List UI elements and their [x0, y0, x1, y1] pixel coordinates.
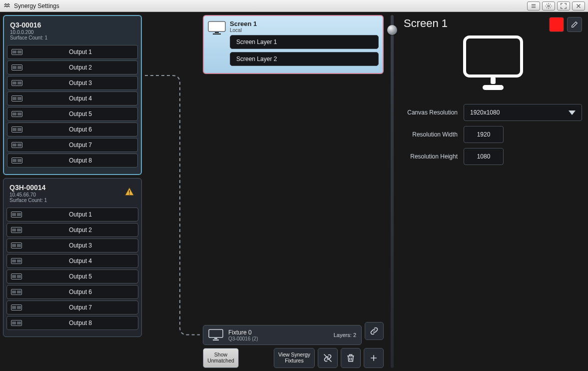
output-label: Output 5 [27, 273, 134, 280]
svg-rect-46 [12, 127, 22, 132]
svg-rect-129 [11, 305, 22, 310]
output-row[interactable]: Output 7 [7, 138, 138, 152]
svg-rect-150 [209, 330, 223, 338]
resolution-width-field[interactable]: 1920 [464, 126, 504, 143]
output-row[interactable]: Output 7 [6, 300, 138, 314]
resolution-width-label: Resolution Width [404, 131, 458, 138]
expand-button[interactable] [557, 2, 570, 10]
output-row[interactable]: Output 5 [6, 270, 138, 284]
fixture-layers-label: Layers: 2 [334, 332, 356, 338]
warning-icon [124, 186, 134, 198]
screen-card-title: Screen 1 [230, 20, 379, 28]
menu-button[interactable] [527, 2, 540, 10]
color-swatch[interactable] [549, 17, 564, 32]
output-row[interactable]: Output 8 [7, 154, 138, 168]
svg-rect-73 [129, 190, 130, 193]
slider-thumb[interactable] [387, 25, 397, 35]
fixture-bar[interactable]: Fixture 0 Q3-00016 (2) Layers: 2 [203, 325, 362, 345]
output-row[interactable]: Output 5 [7, 107, 138, 121]
svg-rect-148 [215, 32, 219, 33]
output-row[interactable]: Output 8 [6, 316, 138, 330]
svg-rect-1 [12, 50, 22, 55]
delete-button[interactable] [341, 348, 361, 368]
link-button[interactable] [365, 322, 384, 340]
svg-rect-152 [213, 340, 219, 340]
app-icon [3, 1, 11, 10]
center-column: Screen 1 Local Screen Layer 1Screen Laye… [203, 15, 384, 368]
output-icon [11, 258, 22, 264]
svg-rect-153 [465, 37, 522, 76]
devices-column: Q3-0001610.0.0.200Surface Count: 1Output… [3, 15, 142, 368]
window-title: Synergy Settings [14, 2, 59, 10]
screen-card[interactable]: Screen 1 Local Screen Layer 1Screen Laye… [203, 15, 384, 74]
device-ip: 10.45.66.70 [9, 192, 135, 198]
output-icon [11, 158, 22, 164]
output-label: Output 4 [27, 258, 134, 264]
output-icon [11, 111, 22, 117]
output-row[interactable]: Output 1 [7, 45, 138, 59]
svg-rect-19 [12, 80, 22, 86]
device-name: Q3H-00014 [9, 184, 135, 192]
screen-card-subtitle: Local [230, 28, 379, 33]
output-label: Output 2 [27, 226, 134, 234]
output-label: Output 7 [27, 304, 134, 311]
show-unmatched-button[interactable]: Show Unmatched [203, 348, 239, 368]
divider-slider[interactable] [387, 15, 398, 368]
svg-rect-151 [214, 338, 217, 339]
view-synergy-fixtures-button[interactable]: View Synergy Fixtures [274, 348, 315, 368]
properties-title: Screen 1 [404, 17, 448, 30]
svg-rect-93 [11, 243, 22, 248]
device-panel[interactable]: Q3H-0001410.45.66.70Surface Count: 1Outp… [3, 178, 142, 337]
device-surface-count: Surface Count: 1 [10, 35, 135, 40]
output-icon [11, 320, 22, 326]
svg-rect-28 [12, 96, 22, 102]
settings-button[interactable] [542, 2, 555, 10]
screen-layer-button[interactable]: Screen Layer 1 [230, 35, 379, 49]
output-label: Output 8 [27, 157, 133, 164]
output-icon [11, 227, 22, 233]
output-icon [11, 289, 22, 295]
svg-rect-84 [11, 228, 22, 233]
fixture-title: Fixture 0 [228, 329, 329, 336]
output-row[interactable]: Output 4 [6, 254, 138, 268]
output-row[interactable]: Output 1 [6, 208, 138, 222]
output-icon [11, 49, 22, 55]
output-label: Output 3 [27, 80, 133, 86]
close-button[interactable] [572, 2, 585, 10]
output-label: Output 8 [27, 320, 134, 326]
device-panel[interactable]: Q3-0001610.0.0.200Surface Count: 1Output… [3, 15, 142, 175]
device-name: Q3-00016 [10, 21, 135, 29]
svg-rect-37 [12, 112, 22, 117]
svg-point-0 [548, 5, 550, 7]
output-label: Output 7 [27, 142, 133, 148]
resolution-height-field[interactable]: 1080 [464, 148, 504, 165]
screen-layer-button[interactable]: Screen Layer 2 [230, 52, 379, 66]
monitor-icon [208, 329, 223, 341]
svg-rect-155 [483, 85, 504, 90]
canvas-resolution-select[interactable]: 1920x1080 [464, 104, 582, 121]
chevron-down-icon [569, 110, 576, 115]
unlink-button[interactable] [318, 348, 338, 368]
svg-rect-147 [208, 22, 225, 32]
output-icon [11, 304, 22, 310]
output-row[interactable]: Output 2 [6, 223, 138, 237]
output-row[interactable]: Output 2 [7, 60, 138, 74]
edit-button[interactable] [567, 17, 582, 32]
output-icon [11, 96, 22, 102]
output-icon [11, 212, 22, 218]
output-label: Output 2 [27, 64, 133, 71]
svg-rect-64 [12, 158, 22, 164]
title-bar: Synergy Settings [0, 0, 588, 12]
output-label: Output 3 [27, 242, 134, 249]
output-row[interactable]: Output 6 [7, 122, 138, 136]
output-row[interactable]: Output 6 [6, 285, 138, 299]
output-label: Output 5 [27, 110, 133, 118]
output-row[interactable]: Output 3 [6, 238, 138, 252]
add-button[interactable] [364, 348, 384, 368]
output-icon [11, 274, 22, 280]
svg-rect-55 [12, 142, 22, 148]
svg-rect-149 [213, 34, 221, 34]
output-label: Output 6 [27, 126, 133, 133]
output-row[interactable]: Output 4 [7, 92, 138, 106]
output-row[interactable]: Output 3 [7, 76, 138, 90]
